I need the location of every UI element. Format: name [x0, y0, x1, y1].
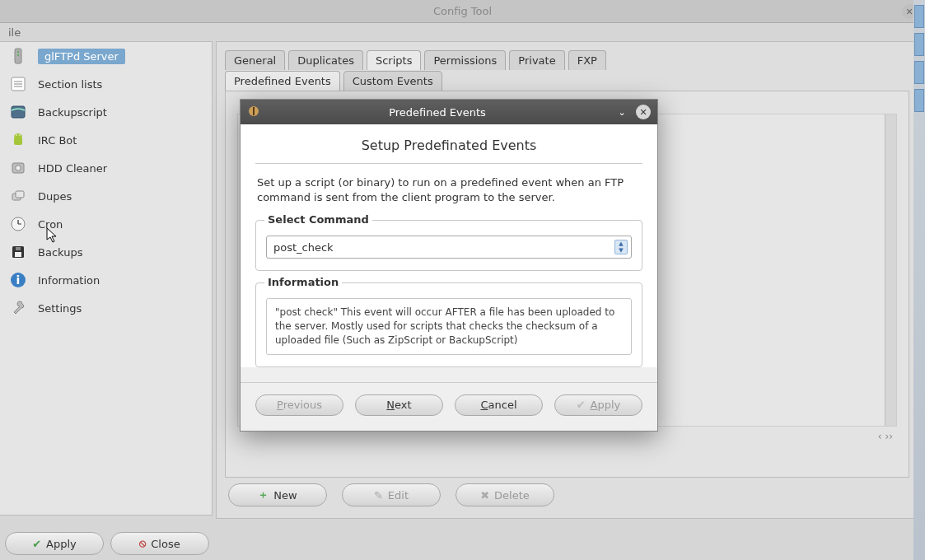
android-icon [7, 128, 30, 152]
check-icon: ✔ [32, 538, 41, 550]
modal-titlebar[interactable]: Predefined Events ⌄ ✕ [241, 100, 657, 124]
hscroll-indicator: ‹ ›› [878, 431, 893, 442]
sidebar-label: glFTPd Server [38, 49, 125, 64]
content-button-row: ＋ New ✎ Edit ✖ Delete [228, 483, 554, 506]
plus-icon: ＋ [258, 488, 269, 502]
sidebar-item-backups[interactable]: Backups [0, 238, 212, 266]
delete-button[interactable]: ✖ Delete [455, 483, 554, 506]
drive-icon [7, 156, 30, 180]
edit-button[interactable]: ✎ Edit [342, 483, 441, 506]
menubar: ile [0, 23, 925, 41]
svg-rect-24 [253, 107, 255, 115]
tab-private[interactable]: Private [509, 50, 564, 70]
select-command-group: Select Command post_check ▲▼ [255, 220, 642, 271]
svg-point-2 [17, 54, 19, 56]
info-icon: i [7, 268, 30, 292]
vertical-scrollbar[interactable] [885, 114, 896, 426]
window-title: Config Tool [433, 5, 492, 17]
new-button[interactable]: ＋ New [228, 483, 327, 506]
delete-button-label: Delete [494, 489, 530, 502]
wrench-icon [7, 296, 30, 320]
sidebar-label: IRC Bot [38, 134, 77, 147]
command-select[interactable]: post_check ▲▼ [266, 236, 632, 259]
sidebar-label: Information [38, 274, 100, 287]
sidebar-item-glftpd-server[interactable]: glFTPd Server [0, 42, 212, 70]
window-titlebar: Config Tool ✕ [0, 0, 925, 23]
sidebar-item-irc-bot[interactable]: IRC Bot [0, 126, 212, 154]
svg-rect-8 [14, 137, 22, 145]
delete-icon: ✖ [480, 489, 489, 502]
sidebar-label: Backups [38, 246, 82, 259]
sidebar-item-section-lists[interactable]: Section lists [0, 70, 212, 98]
clock-icon [7, 212, 30, 236]
taskbar-thumb[interactable] [914, 5, 924, 28]
tab-duplicates[interactable]: Duplicates [288, 50, 363, 70]
svg-rect-7 [12, 106, 25, 118]
svg-rect-19 [15, 252, 21, 257]
edit-button-label: Edit [388, 489, 409, 502]
svg-point-10 [19, 134, 21, 136]
next-button-label: Next [386, 399, 411, 411]
check-icon: ✔ [577, 399, 586, 411]
sidebar: glFTPd Server Section lists Backupscript… [0, 41, 213, 516]
next-button[interactable]: Next [355, 394, 443, 416]
sidebar-item-cron[interactable]: Cron [0, 210, 212, 238]
tab-row-main: General Duplicates Scripts Permissions P… [225, 50, 909, 70]
svg-point-1 [17, 51, 19, 53]
desktop-right-edge [913, 0, 925, 560]
svg-rect-14 [16, 191, 24, 198]
modal-close-button[interactable]: ✕ [636, 105, 651, 119]
sidebar-label: Settings [38, 302, 82, 315]
app-close-button[interactable]: ⦸ Close [110, 532, 209, 555]
sidebar-label: Backupscript [38, 106, 107, 119]
tab-fxp[interactable]: FXP [568, 50, 606, 70]
sidebar-label: Section lists [38, 78, 102, 91]
tab-general[interactable]: General [225, 50, 285, 70]
svg-point-9 [16, 134, 17, 136]
app-button-row: ✔ Apply ⦸ Close [5, 532, 209, 555]
modal-body: Setup Predefinated Events Set up a scrip… [241, 124, 657, 367]
sidebar-item-hdd-cleaner[interactable]: HDD Cleaner [0, 154, 212, 182]
sidebar-item-dupes[interactable]: Dupes [0, 182, 212, 210]
new-button-label: New [273, 489, 297, 502]
modal-apply-button[interactable]: ✔ Apply [554, 394, 642, 416]
sidebar-item-settings[interactable]: Settings [0, 294, 212, 322]
app-apply-button[interactable]: ✔ Apply [5, 532, 104, 555]
cancel-button[interactable]: Cancel [455, 394, 543, 416]
select-command-legend: Select Command [264, 213, 372, 226]
list-icon [7, 72, 30, 96]
app-apply-label: Apply [46, 538, 77, 550]
svg-text:i: i [16, 273, 21, 287]
command-select-value: post_check [273, 241, 334, 254]
svg-rect-20 [16, 247, 21, 250]
taskbar-thumb[interactable] [914, 33, 924, 56]
modal-heading: Setup Predefinated Events [255, 138, 642, 164]
close-icon: ⦸ [139, 537, 146, 550]
tab-scripts[interactable]: Scripts [367, 50, 421, 70]
taskbar-thumb[interactable] [914, 61, 924, 84]
server-icon [7, 44, 30, 68]
modal-description: Set up a script (or binary) to run on a … [255, 164, 642, 220]
information-group: Information "post check" This event will… [255, 282, 642, 366]
modal-predefined-events: Predefined Events ⌄ ✕ Setup Predefinated… [240, 99, 658, 432]
sidebar-item-backupscript[interactable]: Backupscript [0, 98, 212, 126]
sidebar-item-information[interactable]: i Information [0, 266, 212, 294]
floppy-icon [7, 240, 30, 264]
previous-button[interactable]: Previous [255, 394, 343, 416]
modal-minimize-button[interactable]: ⌄ [614, 105, 629, 119]
sidebar-label: Cron [38, 218, 63, 231]
svg-point-12 [16, 166, 21, 170]
tab-row-sub: Predefined Events Custom Events [225, 71, 909, 91]
app-close-label: Close [151, 538, 180, 550]
select-spinner-icon[interactable]: ▲▼ [614, 240, 628, 254]
pencil-icon: ✎ [374, 489, 383, 502]
menu-file[interactable]: ile [3, 25, 26, 40]
cancel-button-label: Cancel [480, 399, 516, 411]
subtab-custom-events[interactable]: Custom Events [343, 71, 442, 91]
modal-apply-label: Apply [591, 399, 621, 411]
taskbar-thumb[interactable] [914, 89, 924, 112]
subtab-predefined-events[interactable]: Predefined Events [225, 71, 340, 91]
tab-permissions[interactable]: Permissions [424, 50, 506, 70]
disk-icon [7, 100, 30, 124]
information-text: "post check" This event will occur AFTER… [266, 298, 632, 354]
